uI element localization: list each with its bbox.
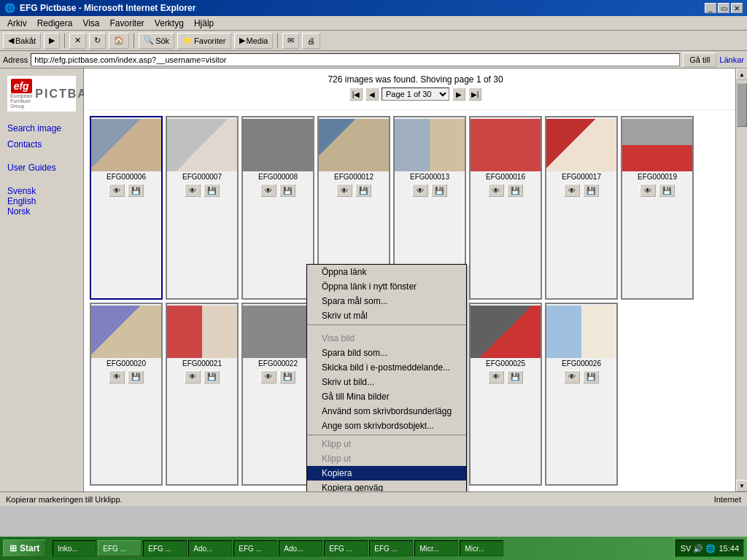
- image-download-button[interactable]: 💾: [204, 184, 220, 197]
- image-view-button[interactable]: 👁: [488, 184, 504, 197]
- image-download-button[interactable]: 💾: [507, 370, 523, 384]
- last-page-button[interactable]: ▶|: [468, 88, 481, 101]
- image-download-button[interactable]: 💾: [279, 184, 295, 197]
- favorites-button[interactable]: ⭐ Favoriter: [177, 33, 231, 49]
- image-label: EFG000020: [107, 358, 146, 369]
- context-menu-item[interactable]: Skriv ut bild...: [307, 375, 466, 389]
- menu-hjälp[interactable]: Hjälp: [190, 17, 218, 30]
- sidebar-user-guides[interactable]: User Guides: [7, 163, 56, 173]
- image-download-button[interactable]: 💾: [507, 184, 523, 197]
- back-button[interactable]: ◀ Bakåt: [3, 33, 41, 49]
- image-view-button[interactable]: 👁: [336, 184, 352, 197]
- sidebar-contacts[interactable]: Contacts: [7, 139, 76, 149]
- image-view-button[interactable]: 👁: [412, 184, 428, 197]
- context-menu-item[interactable]: Öppna länk i nytt fönster: [307, 279, 466, 294]
- menu-favoriter[interactable]: Favoriter: [106, 17, 149, 30]
- refresh-button[interactable]: ↻: [89, 33, 106, 49]
- image-label: EFG000026: [562, 358, 601, 369]
- search-button[interactable]: 🔍 Sök: [139, 33, 174, 49]
- next-page-button[interactable]: ▶: [452, 88, 465, 101]
- sidebar-lang-norsk[interactable]: Norsk: [7, 206, 30, 217]
- image-cell[interactable]: EFG000021 👁 💾: [166, 303, 239, 486]
- image-cell[interactable]: EFG000007 👁 💾: [166, 116, 239, 300]
- stop-button[interactable]: ✕: [69, 33, 86, 49]
- context-menu-item[interactable]: Spara mål som...: [307, 294, 466, 308]
- image-download-button[interactable]: 💾: [355, 184, 371, 197]
- forward-button[interactable]: ▶: [44, 33, 60, 49]
- image-download-button[interactable]: 💾: [431, 184, 447, 197]
- status-right: Internet: [714, 495, 741, 504]
- close-button[interactable]: ✕: [731, 3, 743, 13]
- context-menu-item[interactable]: Kopiera: [307, 466, 466, 481]
- image-view-button[interactable]: 👁: [260, 184, 276, 197]
- image-cell[interactable]: EFG000020 👁 💾: [90, 303, 163, 486]
- context-menu-item[interactable]: Skicka bild i e-postmeddelande...: [307, 360, 466, 375]
- vertical-scrollbar[interactable]: ▲ ▼: [735, 69, 747, 491]
- main-layout: efg European Furniture Group PICTBASE Se…: [0, 69, 747, 491]
- image-view-button[interactable]: 👁: [185, 184, 201, 197]
- context-menu-item[interactable]: Ange som skrivbordsobjekt...: [307, 419, 466, 433]
- image-view-button[interactable]: 👁: [260, 370, 276, 384]
- menu-arkiv[interactable]: Arkiv: [3, 17, 31, 30]
- minimize-button[interactable]: _: [705, 3, 716, 13]
- context-menu-item[interactable]: Spara bild som...: [307, 346, 466, 360]
- image-thumbnail: [395, 119, 465, 171]
- image-view-button[interactable]: 👁: [564, 370, 580, 384]
- image-cell[interactable]: EFG000016 👁 💾: [469, 116, 542, 300]
- image-download-button[interactable]: 💾: [659, 184, 675, 197]
- image-download-button[interactable]: 💾: [128, 370, 144, 384]
- image-actions: 👁 💾: [107, 182, 145, 198]
- page-select[interactable]: Page 1 of 30Page 2 of 30Page 3 of 30Page…: [382, 88, 449, 101]
- sidebar-lang-english[interactable]: English: [7, 196, 36, 206]
- image-cell[interactable]: EFG000026 👁 💾: [545, 303, 618, 486]
- print-button[interactable]: 🖨: [302, 33, 320, 49]
- image-cell[interactable]: EFG000022 👁 💾: [241, 303, 314, 486]
- media-button[interactable]: ▶ Media: [234, 33, 274, 49]
- efg-company-text: European Furniture Group: [10, 93, 32, 109]
- image-cell[interactable]: EFG000008 👁 💾: [241, 116, 314, 300]
- mail-button[interactable]: ✉: [282, 33, 299, 49]
- image-cell[interactable]: EFG000017 👁 💾: [545, 116, 618, 300]
- prev-page-button[interactable]: ◀: [365, 88, 379, 101]
- image-download-button[interactable]: 💾: [128, 184, 144, 197]
- context-menu-item[interactable]: Använd som skrivbordsunderlägg: [307, 404, 466, 419]
- restore-button[interactable]: ▭: [718, 3, 729, 13]
- image-label: EFG000021: [182, 358, 222, 369]
- context-menu-item[interactable]: Öppna länk: [307, 265, 466, 279]
- image-download-button[interactable]: 💾: [583, 370, 599, 384]
- scrollbar-down-button[interactable]: ▼: [736, 480, 747, 491]
- image-thumbnail: [167, 306, 237, 358]
- first-page-button[interactable]: |◀: [349, 88, 363, 101]
- sidebar-lang-svensk[interactable]: Svensk: [7, 186, 36, 196]
- image-view-button[interactable]: 👁: [109, 370, 125, 384]
- go-button[interactable]: Gå till: [683, 52, 716, 67]
- image-cell[interactable]: EFG000025 👁 💾: [469, 303, 542, 486]
- image-view-button[interactable]: 👁: [109, 184, 125, 197]
- image-view-button[interactable]: 👁: [488, 370, 504, 384]
- sidebar-search-image[interactable]: Search image: [7, 123, 76, 133]
- menu-visa[interactable]: Visa: [78, 17, 104, 30]
- toolbar-separator-1: [64, 34, 65, 48]
- image-cell[interactable]: EFG000019 👁 💾: [621, 116, 694, 300]
- home-button[interactable]: 🏠: [109, 33, 129, 49]
- image-cell[interactable]: EFG000006 👁 💾: [90, 116, 163, 300]
- context-menu-item[interactable]: Kopiera genväg: [307, 481, 466, 491]
- image-view-button[interactable]: 👁: [185, 370, 201, 384]
- menu-bar: Arkiv Redigera Visa Favoriter Verktyg Hj…: [0, 16, 747, 31]
- scrollbar-thumb[interactable]: [737, 83, 747, 127]
- address-input[interactable]: [31, 53, 680, 66]
- ie-icon: 🌐: [4, 3, 15, 13]
- image-view-button[interactable]: 👁: [564, 184, 580, 197]
- image-download-button[interactable]: 💾: [204, 370, 220, 384]
- title-bar-controls: _ ▭ ✕: [705, 3, 743, 13]
- links-button[interactable]: Länkar: [719, 55, 744, 64]
- image-view-button[interactable]: 👁: [640, 184, 656, 197]
- menu-verktyg[interactable]: Verktyg: [150, 17, 188, 30]
- image-download-button[interactable]: 💾: [279, 370, 295, 384]
- context-menu-item[interactable]: Gå till Mina bilder: [307, 389, 466, 404]
- image-download-button[interactable]: 💾: [583, 184, 599, 197]
- menu-redigera[interactable]: Redigera: [33, 17, 77, 30]
- sidebar-guides-section: User Guides: [7, 163, 76, 173]
- scrollbar-up-button[interactable]: ▲: [736, 69, 747, 80]
- context-menu-item[interactable]: Skriv ut mål: [307, 308, 466, 323]
